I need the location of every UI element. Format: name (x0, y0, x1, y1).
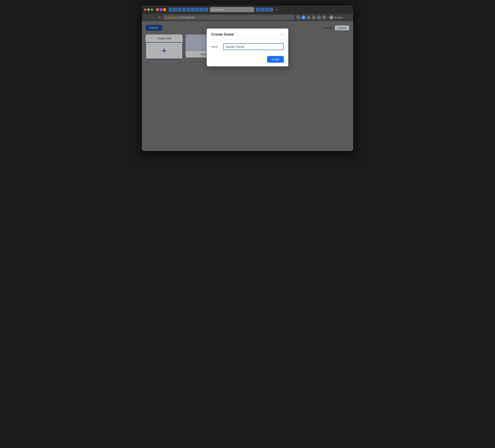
new-tab-button[interactable]: + (276, 8, 278, 12)
not-secure-label: Not Secure (167, 16, 178, 18)
create-game-modal: Create Game × Name Create (207, 29, 288, 66)
tab-dot[interactable] (256, 8, 260, 12)
create-game-button[interactable]: Create (267, 56, 284, 63)
forward-button[interactable]: → (151, 15, 156, 20)
menu-button[interactable]: ⋮ (346, 15, 351, 20)
modal-close-button[interactable]: × (280, 32, 284, 37)
incognito-icon: 🕵 (329, 15, 333, 19)
tab-dot[interactable] (178, 8, 181, 12)
reload-button[interactable]: ↻ (157, 15, 162, 20)
tab-dot[interactable] (195, 8, 199, 12)
tab-dot[interactable] (200, 8, 204, 12)
close-traffic-light[interactable] (144, 9, 146, 11)
tab-dot[interactable] (260, 8, 264, 12)
not-secure-indicator: △ Not Secure (165, 16, 178, 19)
game-name-input[interactable] (223, 43, 284, 50)
tab-close-icon[interactable]: × (250, 8, 252, 11)
toolbar-icons: ☆ G (296, 15, 326, 19)
modal-title: Create Game (211, 32, 234, 37)
bookmark-icon[interactable]: ☆ (296, 15, 300, 19)
browser-titlebar: Y Y Y turn-base.com × + (142, 6, 353, 14)
tab-dot[interactable] (264, 8, 269, 12)
active-tab[interactable]: turn-base.com × (210, 7, 254, 12)
incognito-button[interactable]: 🕵 Incognito (328, 15, 344, 20)
tab-dot[interactable] (269, 8, 273, 12)
browser-toolbar: ← → ↻ △ Not Secure | turn-base.com ☆ G 🕵… (142, 14, 353, 21)
tab-dot[interactable] (169, 8, 173, 12)
favicon-y1: Y (156, 8, 159, 11)
warning-icon: △ (165, 16, 166, 19)
modal-footer: Create (207, 54, 288, 66)
minimize-traffic-light[interactable] (148, 9, 150, 11)
extension-icon1[interactable] (307, 15, 311, 19)
incognito-label: Incognito (334, 16, 343, 19)
modal-body: Name (207, 40, 288, 54)
favicon-group: Y Y Y (156, 8, 166, 11)
tab-dot[interactable] (204, 8, 208, 12)
active-tab-label: turn-base.com (212, 9, 249, 11)
modal-overlay[interactable]: Create Game × Name Create (142, 21, 353, 151)
tab-dots-right (256, 8, 273, 12)
tab-dot[interactable] (182, 8, 186, 12)
google-icon[interactable]: G (302, 15, 305, 19)
url-text: turn-base.com (180, 16, 195, 19)
name-label: Name (211, 45, 220, 48)
separator: | (179, 16, 179, 19)
modal-header: Create Game × (207, 29, 288, 40)
tab-dots (169, 8, 208, 12)
tab-dot[interactable] (191, 8, 195, 12)
favicon-y3: Y (163, 8, 166, 11)
extension-icon4[interactable] (322, 15, 326, 19)
maximize-traffic-light[interactable] (151, 9, 153, 11)
favicon-y2: Y (160, 8, 163, 11)
browser-window: Y Y Y turn-base.com × + ← (142, 6, 353, 151)
extension-icon3[interactable] (317, 15, 321, 19)
extension-icon2[interactable] (312, 15, 316, 19)
page-content: Refresh jackson Log Out Create New + De (142, 21, 353, 151)
back-button[interactable]: ← (144, 15, 149, 20)
tab-dot[interactable] (186, 8, 191, 12)
tab-dot[interactable] (173, 8, 177, 12)
traffic-lights (144, 9, 153, 11)
address-bar[interactable]: △ Not Secure | turn-base.com (163, 15, 295, 20)
form-row-name: Name (211, 43, 284, 50)
